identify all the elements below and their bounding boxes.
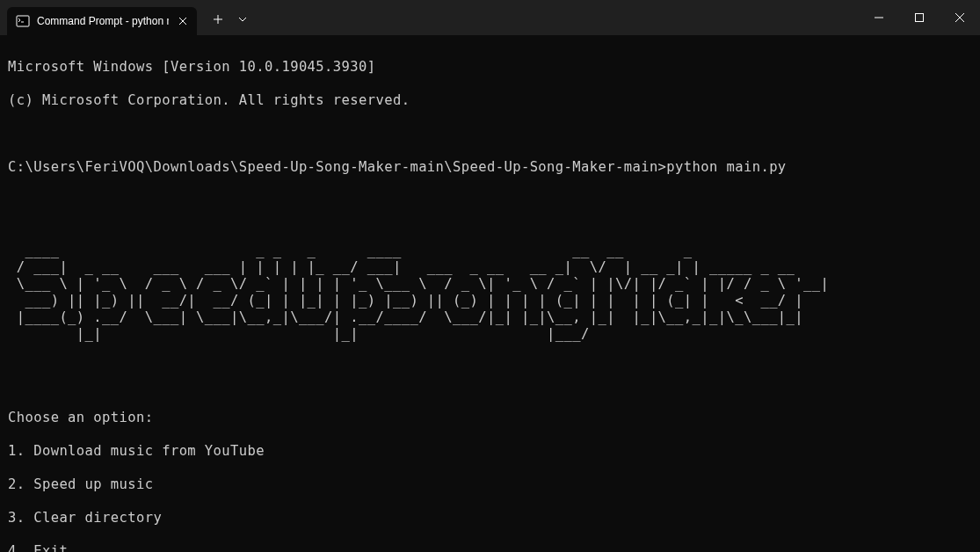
command-line: C:\Users\FeriVOQ\Downloads\Speed-Up-Song… [8, 159, 972, 176]
menu-item: 4. Exit [8, 543, 972, 552]
ascii-art-banner: ____ _ _ _ ____ __ __ _ / ___| _ __ ___ … [8, 243, 972, 343]
tab-close-button[interactable] [176, 14, 190, 28]
windows-version-line: Microsoft Windows [Version 10.0.19045.39… [8, 59, 972, 76]
svg-rect-0 [17, 16, 29, 26]
copyright-line: (c) Microsoft Corporation. All rights re… [8, 92, 972, 109]
tab-dropdown-button[interactable] [232, 5, 253, 33]
window-controls [859, 0, 980, 35]
terminal-output[interactable]: Microsoft Windows [Version 10.0.19045.39… [0, 35, 980, 552]
tab-title: Command Prompt - python m [37, 15, 169, 27]
maximize-button[interactable] [899, 0, 940, 35]
close-window-button[interactable] [940, 0, 980, 35]
menu-title: Choose an option: [8, 410, 972, 426]
menu-item: 3. Clear directory [8, 510, 972, 527]
menu-item: 1. Download music from YouTube [8, 443, 972, 460]
prompt-path: C:\Users\FeriVOQ\Downloads\Speed-Up-Song… [8, 159, 666, 175]
typed-command: python main.py [666, 159, 786, 175]
minimize-button[interactable] [859, 0, 899, 35]
new-tab-button[interactable] [204, 5, 232, 33]
blank-line [8, 192, 972, 209]
tab-active[interactable]: Command Prompt - python m [7, 7, 197, 35]
blank-line [8, 126, 972, 142]
tab-strip: Command Prompt - python m [0, 0, 253, 35]
titlebar: Command Prompt - python m [0, 0, 980, 35]
terminal-icon [16, 14, 30, 28]
blank-line [8, 376, 972, 393]
svg-rect-7 [916, 14, 924, 22]
menu-item: 2. Speed up music [8, 476, 972, 493]
